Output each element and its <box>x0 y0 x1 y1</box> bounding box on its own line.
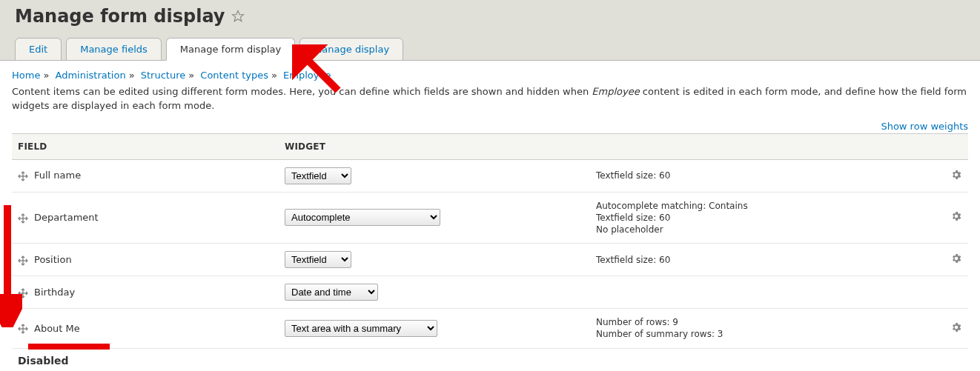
field-label: Birthday <box>34 287 75 298</box>
description-pre: Content items can be edited using differ… <box>12 86 592 97</box>
widget-select[interactable]: Autocomplete <box>285 209 440 226</box>
widget-select[interactable]: Date and time <box>285 284 378 301</box>
drag-handle-icon[interactable] <box>18 213 28 224</box>
tab-manage-fields[interactable]: Manage fields <box>66 38 162 61</box>
table-row: Full nameTextfieldTextfield size: 60 <box>12 159 968 192</box>
widget-select[interactable]: Text area with a summary <box>285 320 437 337</box>
col-summary <box>590 133 931 159</box>
drag-handle-icon[interactable] <box>18 255 28 266</box>
tab-manage-display[interactable]: Manage display <box>299 38 403 61</box>
breadcrumb: Home» Administration» Structure» Content… <box>12 70 968 81</box>
widget-summary: Autocomplete matching: ContainsTextfield… <box>590 192 931 244</box>
table-row: DepartamentAutocompleteAutocomplete matc… <box>12 192 968 244</box>
gear-icon[interactable] <box>950 321 962 333</box>
tab-edit[interactable]: Edit <box>15 38 62 61</box>
gear-icon[interactable] <box>950 253 962 264</box>
breadcrumb-administration[interactable]: Administration <box>56 70 126 81</box>
table-row: BirthdayDate and time <box>12 276 968 309</box>
field-label: Full name <box>34 170 81 181</box>
col-field: FIELD <box>12 133 279 159</box>
field-label: Position <box>34 254 72 265</box>
breadcrumb-structure[interactable]: Structure <box>141 70 185 81</box>
widget-summary: Number of rows: 9Number of summary rows:… <box>590 309 931 348</box>
page-description: Content items can be edited using differ… <box>12 85 968 113</box>
gear-icon[interactable] <box>950 210 962 222</box>
gear-icon[interactable] <box>950 169 962 181</box>
page-title: Manage form display <box>15 6 965 27</box>
col-widget: WIDGET <box>279 133 590 159</box>
widget-select[interactable]: Textfield <box>285 251 351 268</box>
breadcrumb-content-types[interactable]: Content types <box>200 70 268 81</box>
row-weights-toggle: Show row weights <box>12 121 968 132</box>
tabs: Edit Manage fields Manage form display M… <box>15 38 965 61</box>
field-label: Departament <box>34 212 99 223</box>
tab-manage-form-display[interactable]: Manage form display <box>166 38 295 61</box>
svg-marker-0 <box>232 11 243 21</box>
page-title-text: Manage form display <box>15 6 225 27</box>
disabled-section-heading: Disabled <box>12 349 968 367</box>
breadcrumb-home[interactable]: Home <box>12 70 40 81</box>
field-label: About Me <box>34 323 80 334</box>
drag-handle-icon[interactable] <box>18 288 28 298</box>
widget-summary: Textfield size: 60 <box>590 159 931 192</box>
description-em: Employee <box>592 86 639 97</box>
col-ops <box>931 133 968 159</box>
widget-summary <box>590 276 931 309</box>
fields-table: FIELD WIDGET Full nameTextfieldTextfield… <box>12 133 968 349</box>
table-row: About MeText area with a summaryNumber o… <box>12 309 968 348</box>
widget-select[interactable]: Textfield <box>285 167 351 184</box>
show-row-weights-link[interactable]: Show row weights <box>881 121 968 132</box>
star-icon[interactable] <box>231 10 245 23</box>
main-content: Home» Administration» Structure» Content… <box>0 61 980 371</box>
table-row: PositionTextfieldTextfield size: 60 <box>12 244 968 276</box>
widget-summary: Textfield size: 60 <box>590 244 931 276</box>
drag-handle-icon[interactable] <box>18 171 28 181</box>
drag-handle-icon[interactable] <box>18 324 28 334</box>
breadcrumb-employee[interactable]: Employee <box>283 70 331 81</box>
